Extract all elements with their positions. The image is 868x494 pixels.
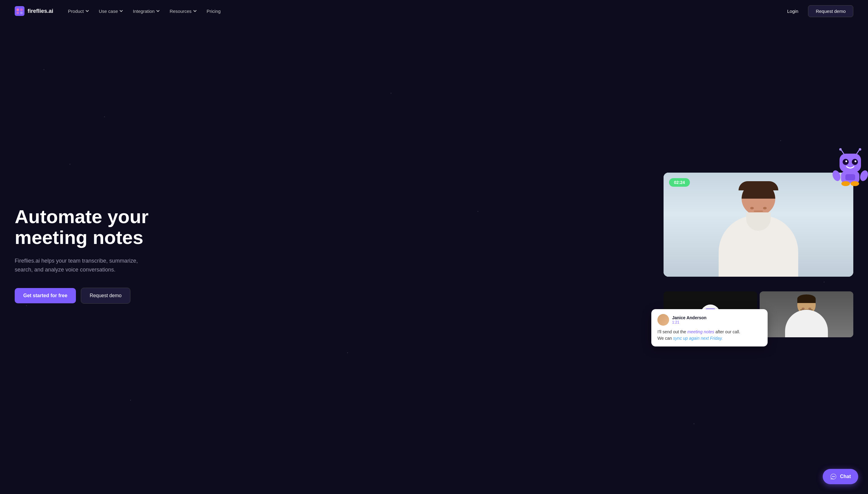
chevron-down-icon: [119, 9, 123, 13]
request-demo-nav-button[interactable]: Request demo: [808, 5, 853, 17]
svg-point-25: [832, 476, 833, 477]
logo-text: fireflies.ai: [27, 8, 53, 14]
hero-buttons: Get started for free Request demo: [15, 288, 174, 304]
nav-left: fireflies.ai Product Use case Integratio…: [15, 6, 224, 16]
svg-point-15: [832, 169, 842, 182]
avatar: [657, 314, 669, 326]
chat-button[interactable]: Chat: [823, 469, 858, 484]
nav-links: Product Use case Integration Resources: [64, 6, 224, 16]
svg-point-18: [841, 181, 850, 186]
svg-rect-0: [15, 6, 24, 16]
svg-rect-1: [17, 8, 19, 11]
login-button[interactable]: Login: [782, 6, 804, 16]
svg-point-6: [839, 148, 842, 151]
svg-point-16: [859, 169, 868, 182]
nav-item-usecase[interactable]: Use case: [95, 6, 127, 16]
svg-rect-2: [20, 8, 23, 11]
get-started-button[interactable]: Get started for free: [15, 288, 76, 303]
hero-subtitle: Fireflies.ai helps your team transcribe,…: [15, 256, 143, 274]
hero-section: Automate your meeting notes Fireflies.ai…: [0, 22, 868, 494]
nav-item-product[interactable]: Product: [64, 6, 93, 16]
speaker-timestamp: 1:21: [672, 320, 707, 324]
robot-illustration: [832, 148, 868, 188]
request-demo-hero-button[interactable]: Request demo: [81, 288, 130, 304]
svg-point-27: [834, 476, 835, 477]
svg-point-19: [851, 181, 859, 186]
logo[interactable]: fireflies.ai: [15, 6, 53, 16]
transcript-header: Janice Anderson 1:21: [657, 314, 761, 326]
robot-mascot: [832, 148, 868, 188]
svg-line-7: [856, 150, 860, 154]
chat-label: Chat: [840, 474, 851, 479]
nav-item-integration[interactable]: Integration: [129, 6, 163, 16]
svg-point-8: [859, 148, 861, 151]
hero-title: Automate your meeting notes: [15, 206, 174, 248]
hero-right: 02:24 Janice Anderson 1:21 I'll send out…: [639, 173, 853, 337]
transcript-text: I'll send out the meeting notes after ou…: [657, 329, 761, 342]
chevron-down-icon: [156, 9, 160, 13]
chevron-down-icon: [85, 9, 89, 13]
nav-item-pricing[interactable]: Pricing: [203, 6, 224, 16]
person-video-tile: [760, 291, 853, 337]
chat-icon: [830, 473, 837, 480]
transcript-card: Janice Anderson 1:21 I'll send out the m…: [651, 309, 768, 346]
avatar-image: [657, 314, 669, 326]
svg-point-13: [854, 160, 856, 162]
nav-right: Login Request demo: [782, 5, 853, 17]
main-video-card: 02:24: [663, 173, 853, 277]
speaker-info: Janice Anderson 1:21: [672, 315, 707, 324]
nav-item-resources[interactable]: Resources: [166, 6, 200, 16]
svg-point-12: [845, 160, 847, 162]
navbar: fireflies.ai Product Use case Integratio…: [0, 0, 868, 22]
speaker-name: Janice Anderson: [672, 315, 707, 320]
svg-rect-4: [20, 12, 23, 14]
video-container: 02:24 Janice Anderson 1:21 I'll send out…: [663, 173, 853, 337]
svg-point-26: [833, 476, 834, 477]
svg-line-5: [841, 150, 844, 154]
svg-rect-3: [17, 12, 19, 14]
video-background: [663, 173, 853, 277]
logo-icon: [15, 6, 24, 16]
chevron-down-icon: [193, 9, 197, 13]
svg-rect-17: [845, 174, 855, 180]
hero-left: Automate your meeting notes Fireflies.ai…: [15, 206, 174, 304]
timer-badge: 02:24: [669, 178, 690, 187]
